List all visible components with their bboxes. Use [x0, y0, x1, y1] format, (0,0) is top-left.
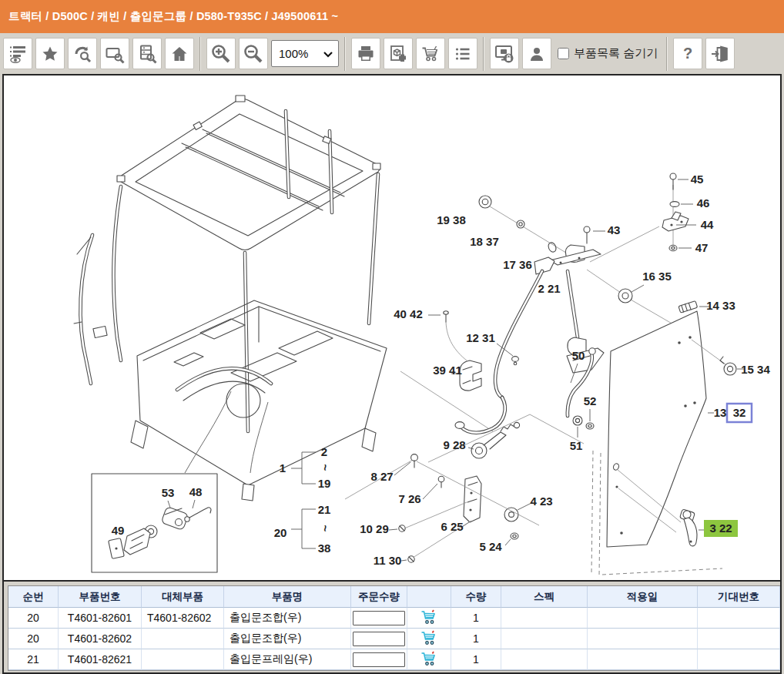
home-button[interactable]	[165, 38, 194, 69]
callout-45[interactable]: 45	[691, 173, 704, 186]
callout-4-23[interactable]: 4 23	[530, 495, 552, 508]
callout-3-22-highlighted[interactable]: 3 22	[709, 521, 732, 535]
callout-50[interactable]: 50	[572, 349, 585, 362]
screen-lock-button[interactable]	[490, 38, 519, 69]
order-qty-input[interactable]	[353, 632, 405, 646]
favorites-star-icon	[41, 45, 59, 63]
callout-11-30[interactable]: 11 30	[374, 554, 402, 567]
print-button[interactable]	[351, 38, 380, 69]
catalog-search-button[interactable]	[132, 38, 162, 69]
callout-8-27[interactable]: 8 27	[370, 470, 393, 483]
table-row-cell-part-name: 출입문프레임(우)	[224, 649, 351, 670]
screen-search-button[interactable]	[100, 38, 129, 69]
table-row-cell-serial	[698, 629, 780, 649]
table-row-cell-part-no[interactable]: T4601-82621	[59, 649, 142, 670]
callout-2-21[interactable]: 2 21	[538, 282, 560, 295]
col-header-seq: 순번	[8, 586, 59, 608]
add-to-cart-icon[interactable]	[420, 651, 437, 669]
callout-14-33[interactable]: 14 33	[706, 299, 735, 312]
callout-17-36[interactable]: 17 36	[503, 258, 532, 271]
hide-parts-checkbox[interactable]	[558, 48, 569, 59]
callout-32-selected[interactable]: 32	[733, 406, 746, 419]
cab-frame-art	[74, 96, 493, 501]
table-row-cell-qty: 1	[451, 649, 501, 670]
home-icon	[170, 45, 189, 63]
table-row-cell-part-name: 출입문조합(우)	[224, 629, 351, 649]
table-row-cell-part-no[interactable]: T4601-82602	[59, 629, 142, 649]
callout-18-37[interactable]: 18 37	[470, 235, 499, 248]
order-qty-input[interactable]	[353, 611, 405, 625]
col-header-cart	[407, 586, 451, 608]
callout-46[interactable]: 46	[697, 196, 710, 210]
user-button[interactable]	[522, 38, 551, 69]
screen-search-icon	[105, 44, 125, 64]
zoom-in-button[interactable]	[206, 38, 236, 69]
callout-13[interactable]: 13	[714, 406, 727, 419]
callout-1[interactable]: 1	[280, 461, 286, 474]
parts-table: 순번 부품번호 대체부품 부품명 주문수량 수량 스펙 적용일 기대번호 20 …	[8, 585, 780, 671]
range-tilde: ~	[319, 464, 332, 471]
callout-19-38[interactable]: 19 38	[437, 213, 466, 226]
zoom-level-select[interactable]: 100%	[271, 40, 339, 67]
toolbar-separator	[199, 37, 201, 71]
callout-39-41[interactable]: 39 41	[433, 364, 462, 377]
toolbar-separator	[666, 37, 668, 71]
table-row-cell-spec	[501, 649, 588, 670]
callout-20[interactable]: 20	[274, 526, 287, 539]
diagram-canvas[interactable]: 45 46 44 47 43 19 38 18 37 17 36 2 21 16…	[4, 75, 780, 580]
favorites-button[interactable]	[35, 38, 65, 69]
user-icon	[528, 45, 546, 63]
cart-button[interactable]	[416, 38, 445, 69]
catalog-search-icon	[137, 44, 157, 64]
zoom-out-icon	[243, 43, 264, 65]
order-list-button[interactable]	[448, 38, 477, 69]
col-header-spec: 스펙	[501, 586, 588, 608]
callout-52[interactable]: 52	[584, 394, 597, 407]
parts-list-toggle-button[interactable]	[3, 38, 32, 69]
table-row-cell-qty: 1	[451, 629, 501, 649]
table-row-cell-part-name: 출입문조합(우)	[224, 608, 351, 629]
callout-16-35[interactable]: 16 35	[642, 270, 672, 283]
callout-9-28[interactable]: 9 28	[443, 438, 465, 451]
exit-button[interactable]	[705, 38, 735, 69]
table-row-cell-apply-date	[588, 649, 698, 670]
callout-49[interactable]: 49	[112, 524, 125, 537]
toolbar: 100% 부품목록 숨기기 ?	[0, 33, 784, 74]
table-row-cell-qty: 1	[451, 608, 501, 629]
callout-15-34[interactable]: 15 34	[741, 363, 770, 376]
content-frame: 45 46 44 47 43 19 38 18 37 17 36 2 21 16…	[2, 74, 782, 674]
callout-5-24[interactable]: 5 24	[479, 540, 502, 553]
table-row-cell-part-no[interactable]: T4601-82601	[59, 608, 142, 629]
callout-40-42[interactable]: 40 42	[394, 307, 423, 320]
print-icon	[356, 44, 376, 64]
toolbar-separator	[344, 37, 346, 71]
breadcrumb[interactable]: 트랙터 / D500C / 캐빈 / 출입문그룹 / D580-T935C / …	[8, 9, 338, 24]
table-row-cell-seq: 21	[8, 649, 59, 670]
callout-10-29[interactable]: 10 29	[360, 522, 389, 535]
print-preview-button[interactable]	[384, 38, 413, 69]
callout-53[interactable]: 53	[162, 486, 175, 499]
chevron-down-icon	[323, 47, 333, 60]
col-header-alt-part: 대체부품	[142, 586, 224, 608]
callout-43[interactable]: 43	[608, 223, 621, 236]
callout-6-25[interactable]: 6 25	[441, 520, 463, 533]
table-row-cell-serial	[698, 649, 780, 670]
add-to-cart-icon[interactable]	[420, 630, 437, 648]
table-row-cell-alt-part[interactable]: T4601-82602	[142, 608, 224, 629]
table-row-cell-seq: 20	[8, 608, 59, 629]
callout-51[interactable]: 51	[570, 439, 583, 452]
callout-7-26[interactable]: 7 26	[398, 492, 420, 505]
zoom-out-button[interactable]	[239, 38, 268, 69]
help-button[interactable]: ?	[673, 38, 702, 69]
table-row-cell-apply-date	[588, 629, 698, 649]
col-header-part-no: 부품번호	[59, 586, 142, 608]
print-preview-icon	[388, 44, 408, 64]
range-label-38: 38	[318, 542, 331, 555]
callout-12-31[interactable]: 12 31	[466, 331, 495, 344]
add-to-cart-icon[interactable]	[420, 609, 437, 627]
callout-47[interactable]: 47	[695, 241, 709, 254]
callout-48[interactable]: 48	[189, 485, 203, 498]
order-qty-input[interactable]	[353, 652, 405, 667]
refresh-search-button[interactable]	[68, 38, 97, 69]
callout-44[interactable]: 44	[701, 218, 714, 231]
